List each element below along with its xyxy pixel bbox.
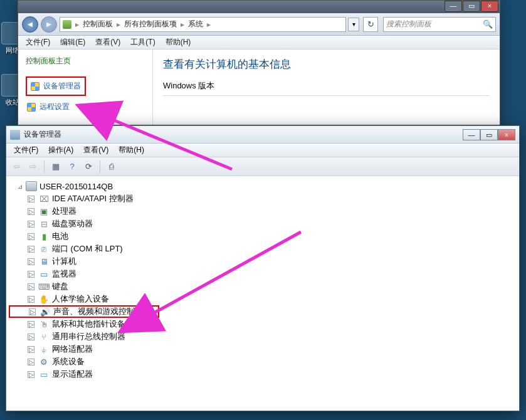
device-category-label: 鼠标和其他指针设备: [52, 318, 125, 330]
breadcrumb-seg-all-items[interactable]: 所有控制面板项: [122, 19, 179, 29]
breadcrumb-seg-system[interactable]: 系统: [186, 19, 206, 29]
device-category-icon: ⌧: [38, 194, 50, 204]
expand-icon[interactable]: ▷: [28, 371, 34, 378]
expand-icon[interactable]: ⊿: [16, 183, 23, 190]
expand-icon[interactable]: ▷: [28, 246, 34, 253]
menu-edit[interactable]: 编辑(E): [55, 36, 90, 49]
expand-icon[interactable]: ▷: [28, 221, 34, 228]
menu-file[interactable]: 文件(F): [9, 144, 43, 157]
toolbar-back[interactable]: ⇦: [9, 159, 24, 174]
close-button[interactable]: ×: [481, 1, 498, 12]
nav-forward-button[interactable]: ►: [41, 16, 57, 33]
minimize-button[interactable]: —: [444, 1, 462, 12]
breadcrumb-seg-control-panel[interactable]: 控制面板: [80, 19, 115, 29]
close-button[interactable]: ×: [498, 129, 515, 140]
tree-item[interactable]: ▷🖱鼠标和其他指针设备: [9, 318, 517, 330]
toolbar: ⇦ ⇨ ▦ ? ⟳ ⎙: [6, 157, 519, 176]
menu-help[interactable]: 帮助(H): [113, 144, 149, 157]
menu-help[interactable]: 帮助(H): [160, 36, 196, 49]
sidebar-link-device-manager[interactable]: 设备管理器: [29, 79, 82, 93]
device-category-icon: ▭: [38, 269, 50, 279]
device-category-label: 通用串行总线控制器: [52, 331, 125, 342]
content-area: 查看有关计算机的基本信息 Windows 版本: [153, 50, 500, 125]
expand-icon[interactable]: ▷: [28, 271, 34, 278]
expand-icon[interactable]: ▷: [28, 258, 34, 265]
device-category-label: 监视器: [52, 268, 76, 280]
device-category-icon: ⎚: [38, 244, 50, 254]
device-category-icon: ▭: [38, 369, 50, 379]
computer-icon: [26, 181, 37, 191]
expand-icon[interactable]: ▷: [28, 208, 34, 215]
tree-item[interactable]: ▷⌧IDE ATA/ATAPI 控制器: [9, 192, 517, 205]
tree-item[interactable]: ▷⎚端口 (COM 和 LPT): [9, 243, 517, 255]
device-category-icon: 🖱: [38, 319, 50, 329]
tree-item[interactable]: ▷▮电池: [9, 230, 517, 243]
expand-icon[interactable]: ▷: [28, 283, 34, 290]
shield-icon: [27, 103, 36, 112]
search-icon[interactable]: 🔍: [483, 19, 493, 29]
shield-icon: [31, 82, 39, 91]
refresh-button[interactable]: ↻: [363, 17, 378, 32]
tree-item[interactable]: ▷✋人体学输入设备: [9, 293, 517, 305]
breadcrumb-sep: ▸: [74, 20, 80, 29]
menubar: 文件(F) 操作(A) 查看(V) 帮助(H): [6, 144, 519, 157]
toolbar-scan[interactable]: ⎙: [104, 159, 119, 174]
expand-icon[interactable]: ▷: [28, 333, 34, 340]
expand-icon[interactable]: ▷: [28, 346, 34, 353]
tree-item[interactable]: ▷⚙系统设备: [9, 355, 517, 368]
tree-item[interactable]: ▷⑂通用串行总线控制器: [9, 330, 517, 343]
tree-root[interactable]: ⊿ USER-20150114QB: [9, 180, 517, 192]
menu-file[interactable]: 文件(F): [21, 36, 55, 49]
control-panel-icon: [63, 20, 71, 29]
expand-icon[interactable]: ▷: [28, 296, 34, 303]
menu-view[interactable]: 查看(V): [78, 144, 113, 157]
device-category-icon: ⌨: [38, 281, 50, 291]
expand-icon[interactable]: ▷: [28, 359, 34, 365]
device-category-icon: ▣: [38, 206, 50, 216]
device-category-icon: 🔊: [39, 307, 51, 317]
tree-item[interactable]: ▷🖥计算机: [9, 255, 517, 268]
menu-tools[interactable]: 工具(T): [125, 36, 160, 49]
address-dropdown[interactable]: ▾: [348, 18, 359, 31]
device-tree[interactable]: ⊿ USER-20150114QB ▷⌧IDE ATA/ATAPI 控制器▷▣处…: [6, 176, 519, 411]
device-category-icon: ⏚: [38, 344, 50, 354]
titlebar[interactable]: — ▭ ×: [18, 1, 500, 13]
nav-back-button[interactable]: ◄: [22, 16, 38, 33]
minimize-button[interactable]: —: [463, 129, 480, 140]
toolbar-forward[interactable]: ⇨: [25, 159, 40, 174]
search-box[interactable]: 搜索控制面板 🔍: [383, 17, 496, 32]
maximize-button[interactable]: ▭: [463, 1, 480, 12]
device-category-label: 磁盘驱动器: [52, 218, 93, 229]
tree-item[interactable]: ▷▭显示适配器: [9, 368, 517, 381]
tree-item[interactable]: ▷🔊声音、视频和游戏控制器: [9, 305, 159, 318]
toolbar-sep: [100, 160, 100, 173]
window-title: 设备管理器: [24, 129, 61, 140]
breadcrumb-sep: ▸: [179, 20, 186, 29]
device-category-label: 显示适配器: [52, 369, 93, 380]
toolbar-refresh[interactable]: ⟳: [81, 159, 96, 174]
maximize-button[interactable]: ▭: [480, 129, 498, 140]
address-toolbar: ◄ ► ▸ 控制面板 ▸ 所有控制面板项 ▸ 系统 ▸ ▾ ↻ 搜索控制面板 🔍: [18, 13, 500, 36]
expand-icon[interactable]: ▷: [29, 308, 36, 315]
tree-item[interactable]: ▷▣处理器: [9, 205, 517, 218]
tree-item[interactable]: ▷⊟磁盘驱动器: [9, 218, 517, 230]
tree-item[interactable]: ▷⏚网络适配器: [9, 343, 517, 355]
breadcrumb-bar[interactable]: ▸ 控制面板 ▸ 所有控制面板项 ▸ 系统 ▸: [60, 17, 346, 32]
expand-icon[interactable]: ▷: [28, 321, 34, 328]
device-category-label: 端口 (COM 和 LPT): [52, 243, 123, 255]
menu-action[interactable]: 操作(A): [43, 144, 78, 157]
tree-item[interactable]: ▷⌨键盘: [9, 280, 517, 293]
menu-view[interactable]: 查看(V): [90, 36, 125, 49]
tree-item[interactable]: ▷▭监视器: [9, 268, 517, 280]
expand-icon[interactable]: ▷: [28, 233, 34, 240]
sidebar-link-remote[interactable]: 远程设置: [26, 100, 145, 114]
device-category-icon: ▮: [38, 231, 50, 241]
toolbar-help[interactable]: ?: [65, 159, 80, 174]
toolbar-properties[interactable]: ▦: [48, 159, 63, 174]
device-category-label: 处理器: [52, 206, 76, 217]
expand-icon[interactable]: ▷: [28, 196, 34, 202]
breadcrumb-sep: ▸: [206, 20, 212, 29]
toolbar-sep: [44, 160, 45, 173]
device-category-label: 键盘: [52, 281, 68, 292]
titlebar[interactable]: 设备管理器 — ▭ ×: [6, 126, 519, 144]
